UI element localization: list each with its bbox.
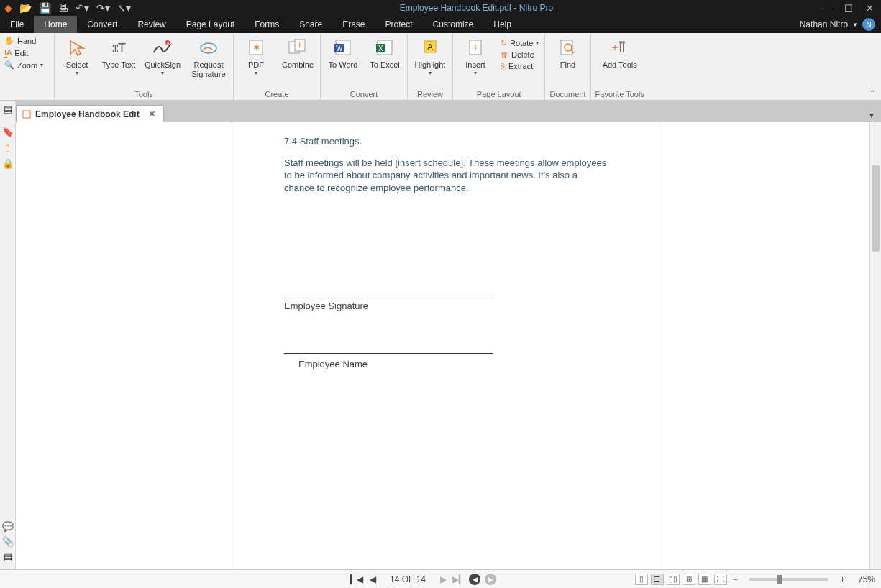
- security-icon[interactable]: 🔒: [2, 158, 14, 169]
- menu-home[interactable]: Home: [34, 16, 77, 33]
- menu-convert[interactable]: Convert: [77, 16, 127, 33]
- edit-tool[interactable]: I̲AEdit: [4, 48, 50, 58]
- open-icon[interactable]: 📂: [19, 2, 32, 14]
- document-icon: [22, 110, 31, 119]
- nav-back-icon[interactable]: ◀: [469, 574, 480, 585]
- bookmarks-icon[interactable]: 🔖: [2, 127, 14, 137]
- selector-icon[interactable]: ⤡▾: [117, 2, 131, 14]
- undo-icon[interactable]: ↶▾: [76, 2, 89, 14]
- group-page-layout: + Insert▾ ↻Rotate▾ 🗑Delete ⎘Extract Page…: [453, 33, 545, 100]
- zoom-in-icon[interactable]: +: [837, 574, 848, 584]
- zoom-level: 75%: [858, 574, 875, 584]
- svg-text:A: A: [427, 42, 433, 52]
- menu-erase[interactable]: Erase: [332, 16, 375, 33]
- type-text-button[interactable]: ꞮT Type Text: [101, 36, 137, 70]
- highlight-button[interactable]: A Highlight▾: [412, 36, 448, 76]
- document-tabs: Employee Handbook Edit ✕ ▼: [16, 101, 881, 122]
- document-canvas[interactable]: 7.4 Staff meetings. Staff meetings will …: [16, 122, 869, 569]
- svg-text:W: W: [336, 45, 343, 52]
- svg-text:✕: ✕: [166, 41, 170, 45]
- close-icon[interactable]: ✕: [866, 3, 874, 14]
- user-menu[interactable]: Nathan Nitro ▼ N: [800, 16, 881, 33]
- select-button[interactable]: Select▾: [59, 36, 95, 76]
- extract-button[interactable]: ⎘Extract: [499, 61, 540, 71]
- close-tab-icon[interactable]: ✕: [144, 109, 156, 119]
- group-label: Document: [549, 90, 585, 100]
- prev-page-icon[interactable]: ◀: [367, 574, 378, 585]
- last-page-icon[interactable]: ▶▎: [453, 574, 465, 585]
- view-thumb-icon[interactable]: ▦: [698, 574, 711, 585]
- svg-text:+: +: [612, 42, 618, 53]
- logo-icon: ◆: [4, 2, 12, 14]
- menu-review[interactable]: Review: [127, 16, 175, 33]
- side-panel: 🔖 ▯ 🔒 💬 📎 ▤: [0, 122, 16, 569]
- comments-icon[interactable]: 💬: [2, 521, 14, 532]
- signatures-icon[interactable]: ▤: [4, 551, 12, 562]
- svg-rect-25: [23, 111, 30, 118]
- view-continuous-icon[interactable]: ☰: [651, 574, 664, 585]
- chevron-down-icon: ▾: [40, 62, 43, 68]
- view-grid-icon[interactable]: ⊞: [683, 574, 695, 585]
- chevron-down-icon: ▼: [852, 22, 858, 28]
- menu-share[interactable]: Share: [289, 16, 332, 33]
- request-signature-button[interactable]: Request Signature: [188, 36, 229, 78]
- find-button[interactable]: Find: [549, 36, 585, 70]
- redo-icon[interactable]: ↷▾: [96, 2, 110, 14]
- zoom-tool[interactable]: 🔍Zoom▾: [4, 60, 50, 70]
- menu-page-layout[interactable]: Page Layout: [176, 16, 245, 33]
- hand-tool[interactable]: ✋Hand: [4, 36, 50, 45]
- chevron-down-icon: ▾: [161, 70, 164, 76]
- tab-employee-handbook[interactable]: Employee Handbook Edit ✕: [16, 105, 164, 122]
- window-title: Employee Handbook Edit.pdf - Nitro Pro: [131, 3, 822, 13]
- layers-icon[interactable]: ▯: [5, 142, 10, 153]
- delete-button[interactable]: 🗑Delete: [499, 50, 540, 60]
- scrollbar-thumb[interactable]: [872, 165, 880, 252]
- name-line: [284, 353, 493, 354]
- zoom-slider[interactable]: [749, 578, 828, 581]
- quicksign-icon: ✕: [151, 36, 174, 59]
- rotate-button[interactable]: ↻Rotate▾: [499, 37, 540, 48]
- vertical-scrollbar[interactable]: [869, 122, 881, 569]
- view-single-icon[interactable]: ▯: [635, 574, 648, 585]
- zoom-out-icon[interactable]: −: [730, 574, 741, 584]
- edit-icon: I̲A: [4, 48, 12, 58]
- minimize-icon[interactable]: —: [822, 3, 831, 14]
- menu-customize[interactable]: Customize: [423, 16, 484, 33]
- name-label: Employee Name: [284, 358, 607, 371]
- menu-file[interactable]: File: [0, 16, 34, 33]
- next-page-icon[interactable]: ▶: [437, 574, 449, 585]
- to-excel-button[interactable]: X To Excel: [367, 36, 403, 70]
- combine-button[interactable]: + Combine: [280, 36, 316, 70]
- pdf-button[interactable]: ✶ PDF▾: [238, 36, 274, 76]
- to-word-button[interactable]: W To Word: [325, 36, 361, 70]
- title-bar: ◆ 📂 💾 🖶 ↶▾ ↷▾ ⤡▾ Employee Handbook Edit.…: [0, 0, 881, 16]
- doc-paragraph: Staff meetings will be held [insert sche…: [284, 157, 607, 195]
- print-icon[interactable]: 🖶: [58, 2, 68, 14]
- group-label: Create: [265, 90, 288, 100]
- add-tools-button[interactable]: + Add Tools: [602, 36, 638, 70]
- save-icon[interactable]: 💾: [39, 2, 51, 14]
- group-create: ✶ PDF▾ + Combine Create: [234, 33, 321, 100]
- type-text-icon: ꞮT: [107, 36, 130, 59]
- maximize-icon[interactable]: ☐: [844, 3, 853, 14]
- zoom-thumb[interactable]: [777, 575, 782, 584]
- view-full-icon[interactable]: ⛶: [714, 574, 727, 585]
- nav-fwd-icon[interactable]: ▶: [485, 574, 496, 585]
- menu-help[interactable]: Help: [483, 16, 521, 33]
- attachments-icon[interactable]: 📎: [2, 536, 14, 547]
- rotate-icon: ↻: [501, 38, 507, 47]
- tab-overflow-icon[interactable]: ▼: [862, 109, 881, 122]
- svg-rect-19: [561, 40, 572, 55]
- delete-icon: 🗑: [501, 50, 508, 59]
- quicksign-button[interactable]: ✕ QuickSign▾: [142, 36, 183, 76]
- group-document: Find Document: [545, 33, 590, 100]
- menu-protect[interactable]: Protect: [375, 16, 423, 33]
- insert-button[interactable]: + Insert▾: [457, 36, 493, 76]
- view-facing-icon[interactable]: ▯▯: [667, 574, 680, 585]
- pages-panel-icon[interactable]: ▤: [4, 104, 12, 114]
- first-page-icon[interactable]: ▎◀: [351, 574, 362, 585]
- svg-point-3: [201, 43, 216, 53]
- group-label: Page Layout: [477, 90, 521, 100]
- collapse-ribbon-icon[interactable]: ⌃: [864, 86, 881, 100]
- menu-forms[interactable]: Forms: [245, 16, 289, 33]
